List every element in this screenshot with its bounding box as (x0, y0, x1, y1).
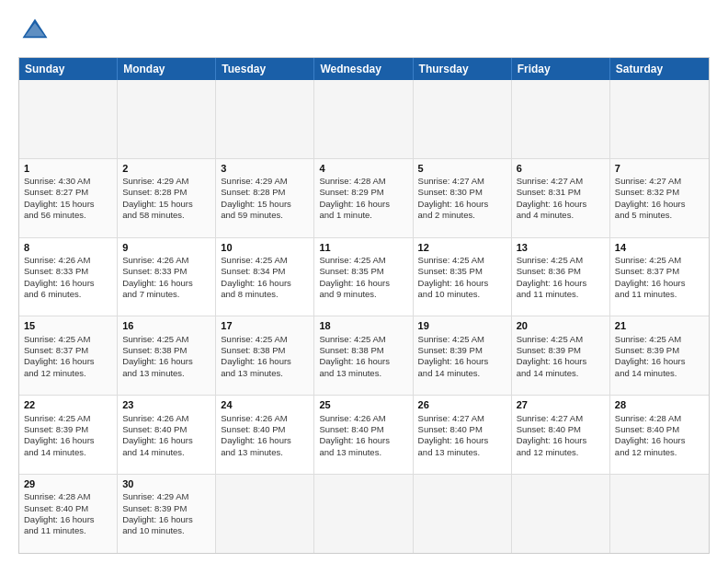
day-info: Daylight: 16 hours (221, 435, 309, 446)
day-number: 21 (615, 319, 704, 332)
cal-cell: 30Sunrise: 4:29 AMSunset: 8:39 PMDayligh… (118, 475, 216, 553)
cal-cell: 5Sunrise: 4:27 AMSunset: 8:30 PMDaylight… (414, 159, 512, 237)
cal-cell: 18Sunrise: 4:25 AMSunset: 8:38 PMDayligh… (314, 316, 413, 395)
cal-cell-empty (512, 80, 610, 158)
day-info: and 13 minutes. (221, 368, 309, 379)
day-info: Sunrise: 4:28 AM (319, 176, 407, 187)
day-number: 17 (221, 319, 309, 332)
day-info: and 12 minutes. (615, 447, 704, 458)
day-info: Sunset: 8:37 PM (24, 345, 112, 356)
day-number: 24 (221, 398, 309, 411)
day-info: Sunset: 8:35 PM (319, 266, 407, 277)
cal-cell: 8Sunrise: 4:26 AMSunset: 8:33 PMDaylight… (19, 238, 118, 316)
day-info: Sunrise: 4:26 AM (319, 413, 407, 424)
day-info: and 13 minutes. (122, 368, 210, 379)
day-number: 3 (221, 162, 309, 175)
day-info: and 13 minutes. (319, 368, 407, 379)
day-info: and 6 minutes. (24, 289, 112, 300)
day-info: and 12 minutes. (517, 447, 605, 458)
day-info: Sunrise: 4:26 AM (221, 413, 309, 424)
day-info: Sunset: 8:34 PM (221, 266, 309, 277)
day-info: and 11 minutes. (517, 289, 605, 300)
logo-icon (18, 15, 51, 48)
day-info: Sunrise: 4:27 AM (615, 176, 704, 187)
day-info: and 8 minutes. (221, 289, 309, 300)
day-info: Sunrise: 4:25 AM (615, 334, 704, 345)
cal-cell: 13Sunrise: 4:25 AMSunset: 8:36 PMDayligh… (512, 238, 610, 316)
day-info: Sunset: 8:38 PM (122, 345, 210, 356)
day-info: and 14 minutes. (615, 368, 704, 379)
day-info: Sunset: 8:36 PM (517, 266, 605, 277)
day-info: and 14 minutes. (122, 447, 210, 458)
cal-header-cell: Friday (512, 58, 610, 80)
day-number: 26 (418, 398, 506, 411)
cal-cell-empty (414, 475, 512, 553)
day-info: and 56 minutes. (24, 210, 112, 221)
day-info: Daylight: 16 hours (319, 278, 407, 289)
day-info: Sunrise: 4:26 AM (122, 255, 210, 266)
day-info: Daylight: 16 hours (24, 435, 112, 446)
day-info: Sunset: 8:39 PM (122, 503, 210, 514)
cal-cell: 7Sunrise: 4:27 AMSunset: 8:32 PMDaylight… (610, 159, 709, 237)
day-info: Sunset: 8:39 PM (615, 345, 704, 356)
day-info: and 1 minute. (319, 210, 407, 221)
day-info: and 14 minutes. (418, 368, 506, 379)
cal-header-cell: Thursday (414, 58, 512, 80)
day-info: Sunrise: 4:27 AM (517, 413, 605, 424)
cal-header-cell: Sunday (19, 58, 118, 80)
calendar-body: 1Sunrise: 4:30 AMSunset: 8:27 PMDaylight… (19, 80, 709, 553)
day-info: and 9 minutes. (319, 289, 407, 300)
day-number: 5 (418, 162, 506, 175)
day-number: 29 (24, 477, 112, 490)
day-info: Daylight: 16 hours (24, 356, 112, 367)
day-info: and 7 minutes. (122, 289, 210, 300)
day-info: Sunrise: 4:30 AM (24, 176, 112, 187)
cal-cell: 27Sunrise: 4:27 AMSunset: 8:40 PMDayligh… (512, 396, 610, 474)
day-info: Sunset: 8:33 PM (122, 266, 210, 277)
page: SundayMondayTuesdayWednesdayThursdayFrid… (0, 0, 728, 563)
calendar: SundayMondayTuesdayWednesdayThursdayFrid… (18, 57, 710, 554)
day-info: Sunset: 8:28 PM (122, 187, 210, 198)
calendar-row: 1Sunrise: 4:30 AMSunset: 8:27 PMDaylight… (19, 159, 709, 238)
day-info: Sunrise: 4:25 AM (122, 334, 210, 345)
day-info: Sunrise: 4:25 AM (24, 413, 112, 424)
cal-cell-empty (216, 475, 314, 553)
cal-header-cell: Monday (118, 58, 216, 80)
cal-cell: 2Sunrise: 4:29 AMSunset: 8:28 PMDaylight… (118, 159, 216, 237)
day-info: Daylight: 16 hours (418, 356, 506, 367)
day-info: Sunrise: 4:29 AM (122, 176, 210, 187)
day-info: and 14 minutes. (517, 368, 605, 379)
cal-cell: 3Sunrise: 4:29 AMSunset: 8:28 PMDaylight… (216, 159, 314, 237)
cal-cell: 25Sunrise: 4:26 AMSunset: 8:40 PMDayligh… (314, 396, 413, 474)
day-number: 28 (615, 398, 704, 411)
day-info: and 11 minutes. (24, 525, 112, 536)
day-info: and 2 minutes. (418, 210, 506, 221)
cal-cell-empty (610, 80, 709, 158)
cal-cell-empty (414, 80, 512, 158)
day-info: Sunrise: 4:28 AM (24, 491, 112, 502)
day-info: Sunrise: 4:25 AM (615, 255, 704, 266)
cal-cell-empty (314, 475, 413, 553)
day-number: 6 (517, 162, 605, 175)
day-number: 13 (517, 241, 605, 254)
day-info: Sunrise: 4:27 AM (418, 413, 506, 424)
day-number: 8 (24, 241, 112, 254)
day-info: Sunrise: 4:25 AM (221, 334, 309, 345)
day-info: Daylight: 16 hours (319, 435, 407, 446)
day-number: 18 (319, 319, 407, 332)
day-info: Sunset: 8:35 PM (418, 266, 506, 277)
day-info: Sunset: 8:31 PM (517, 187, 605, 198)
cal-cell: 21Sunrise: 4:25 AMSunset: 8:39 PMDayligh… (610, 316, 709, 395)
day-info: Sunrise: 4:25 AM (418, 255, 506, 266)
day-info: Daylight: 16 hours (418, 435, 506, 446)
day-number: 19 (418, 319, 506, 332)
day-number: 7 (615, 162, 704, 175)
day-info: Daylight: 16 hours (418, 278, 506, 289)
day-info: and 10 minutes. (418, 289, 506, 300)
cal-cell: 6Sunrise: 4:27 AMSunset: 8:31 PMDaylight… (512, 159, 610, 237)
calendar-row: 15Sunrise: 4:25 AMSunset: 8:37 PMDayligh… (19, 316, 709, 396)
cal-cell: 11Sunrise: 4:25 AMSunset: 8:35 PMDayligh… (314, 238, 413, 316)
day-number: 11 (319, 241, 407, 254)
day-info: Daylight: 15 hours (221, 199, 309, 210)
day-info: Daylight: 16 hours (122, 435, 210, 446)
